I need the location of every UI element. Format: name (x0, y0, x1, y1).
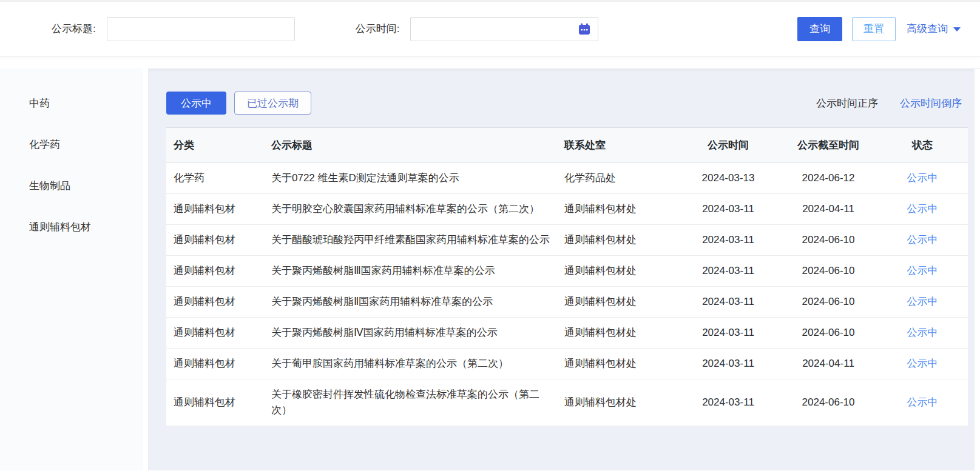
status-link[interactable]: 公示中 (907, 234, 938, 246)
office-cell: 通则辅料包材处 (558, 379, 677, 426)
deadline-cell: 2024-06-10 (780, 287, 877, 318)
office-cell: 通则辅料包材处 (558, 349, 677, 379)
category-cell: 通则辅料包材 (166, 225, 265, 256)
office-cell: 通则辅料包材处 (558, 225, 677, 256)
status-link[interactable]: 公示中 (907, 265, 938, 276)
office-cell: 通则辅料包材处 (558, 318, 677, 349)
publish-date-cell: 2024-03-13 (677, 163, 780, 194)
office-cell: 通则辅料包材处 (558, 256, 677, 287)
notice-title-link[interactable]: 关于明胶空心胶囊国家药用辅料标准草案的公示（第二次） (265, 194, 558, 225)
table-row: 通则辅料包材 关于聚丙烯酸树脂Ⅱ国家药用辅料标准草案的公示 通则辅料包材处 20… (166, 287, 968, 318)
publish-date-cell: 2024-03-11 (677, 349, 780, 379)
office-cell: 通则辅料包材处 (558, 287, 677, 318)
deadline-cell: 2024-04-11 (780, 194, 877, 225)
main-area: 中药 化学药 生物制品 通则辅料包材 公示中 已过公示期 公示时间正序 公示时间… (0, 68, 980, 470)
category-cell: 通则辅料包材 (166, 194, 265, 225)
office-cell: 化学药品处 (558, 163, 677, 194)
header-office: 联系处室 (558, 128, 677, 163)
deadline-cell: 2024-06-10 (780, 256, 877, 287)
advanced-search-button[interactable]: 高级查询 (907, 22, 961, 36)
status-link[interactable]: 公示中 (907, 296, 938, 307)
content-panel: 公示中 已过公示期 公示时间正序 公示时间倒序 分类 公示标题 联系处室 公示时… (148, 68, 980, 470)
table-header-row: 分类 公示标题 联系处室 公示时间 公示截至时间 状态 (166, 128, 968, 163)
header-title: 公示标题 (265, 128, 558, 163)
sidebar-item-zhongyao[interactable]: 中药 (0, 83, 143, 124)
notice-time-input[interactable] (410, 17, 598, 41)
table-row: 通则辅料包材 关于聚丙烯酸树脂Ⅳ国家药用辅料标准草案的公示 通则辅料包材处 20… (166, 318, 968, 349)
deadline-cell: 2024-06-10 (780, 225, 877, 256)
category-cell: 通则辅料包材 (166, 318, 265, 349)
status-link[interactable]: 公示中 (907, 358, 938, 369)
sort-time-asc-link[interactable]: 公示时间正序 (816, 96, 878, 110)
table-row: 化学药 关于0722 维生素D测定法通则草案的公示 化学药品处 2024-03-… (166, 163, 968, 194)
category-cell: 通则辅料包材 (166, 379, 265, 426)
category-cell: 通则辅料包材 (166, 349, 265, 379)
reset-button[interactable]: 重置 (852, 17, 896, 41)
deadline-cell: 2024-06-10 (780, 318, 877, 349)
tab-expired-notice[interactable]: 已过公示期 (234, 92, 311, 115)
header-gap (0, 56, 980, 68)
office-cell: 通则辅料包材处 (558, 194, 677, 225)
publish-date-cell: 2024-03-11 (677, 194, 780, 225)
publish-date-cell: 2024-03-11 (677, 318, 780, 349)
notice-title-link[interactable]: 关于聚丙烯酸树脂Ⅱ国家药用辅料标准草案的公示 (265, 287, 558, 318)
header-status: 状态 (877, 128, 968, 163)
status-toolbar: 公示中 已过公示期 公示时间正序 公示时间倒序 (166, 92, 968, 115)
table-row: 通则辅料包材 关于橡胶密封件挥发性硫化物检查法标准草案的公示（第二次） 通则辅料… (166, 379, 968, 426)
category-sidebar: 中药 化学药 生物制品 通则辅料包材 (0, 68, 143, 470)
table-row: 通则辅料包材 关于葡甲胺国家药用辅料标准草案的公示（第二次） 通则辅料包材处 2… (166, 349, 968, 379)
notice-title-link[interactable]: 关于醋酸琥珀酸羟丙甲纤维素酯国家药用辅料标准草案的公示 (265, 225, 558, 256)
publish-date-cell: 2024-03-11 (677, 256, 780, 287)
table-row: 通则辅料包材 关于聚丙烯酸树脂Ⅲ国家药用辅料标准草案的公示 通则辅料包材处 20… (166, 256, 968, 287)
status-link[interactable]: 公示中 (907, 327, 938, 338)
header-category: 分类 (166, 128, 265, 163)
notice-table: 分类 公示标题 联系处室 公示时间 公示截至时间 状态 化学药 关于0722 维… (166, 128, 968, 426)
publish-date-cell: 2024-03-11 (677, 379, 780, 426)
notice-title-link[interactable]: 关于0722 维生素D测定法通则草案的公示 (265, 163, 558, 194)
page: 公示标题: 公示时间: 查询 重置 高级查询 中药 (0, 0, 980, 471)
tab-in-notice[interactable]: 公示中 (166, 92, 226, 115)
sidebar-item-tongzefuliao[interactable]: 通则辅料包材 (0, 207, 143, 248)
sort-time-desc-link[interactable]: 公示时间倒序 (900, 96, 962, 110)
sort-links: 公示时间正序 公示时间倒序 (816, 96, 968, 110)
calendar-icon[interactable] (578, 22, 591, 36)
notice-title-link[interactable]: 关于橡胶密封件挥发性硫化物检查法标准草案的公示（第二次） (265, 379, 558, 426)
search-button[interactable]: 查询 (797, 17, 842, 41)
filter-actions: 查询 重置 高级查询 (797, 17, 980, 41)
publish-date-cell: 2024-03-11 (677, 287, 780, 318)
sidebar-item-huaxueyao[interactable]: 化学药 (0, 124, 143, 165)
sidebar-scrollbar[interactable] (143, 68, 148, 470)
status-link[interactable]: 公示中 (907, 172, 938, 184)
category-cell: 通则辅料包材 (166, 256, 265, 287)
deadline-cell: 2024-04-11 (780, 349, 877, 379)
header-deadline: 公示截至时间 (780, 128, 877, 163)
notice-title-label: 公示标题: (52, 22, 96, 36)
status-link[interactable]: 公示中 (907, 396, 938, 408)
table-row: 通则辅料包材 关于醋酸琥珀酸羟丙甲纤维素酯国家药用辅料标准草案的公示 通则辅料包… (166, 225, 968, 256)
category-cell: 通则辅料包材 (166, 287, 265, 318)
advanced-search-label: 高级查询 (907, 22, 948, 36)
notice-title-input[interactable] (107, 17, 295, 41)
page-scrollbar[interactable] (974, 69, 980, 471)
header-publish-date: 公示时间 (677, 128, 780, 163)
notice-table-card: 分类 公示标题 联系处室 公示时间 公示截至时间 状态 化学药 关于0722 维… (166, 127, 968, 426)
date-input-wrap (410, 17, 598, 41)
notice-time-label: 公示时间: (356, 22, 400, 36)
status-link[interactable]: 公示中 (907, 203, 938, 215)
sidebar-item-shengwuzhipin[interactable]: 生物制品 (0, 165, 143, 207)
deadline-cell: 2024-06-10 (780, 379, 877, 426)
notice-title-link[interactable]: 关于聚丙烯酸树脂Ⅲ国家药用辅料标准草案的公示 (265, 256, 558, 287)
notice-title-link[interactable]: 关于聚丙烯酸树脂Ⅳ国家药用辅料标准草案的公示 (265, 318, 558, 349)
publish-date-cell: 2024-03-11 (677, 225, 780, 256)
table-row: 通则辅料包材 关于明胶空心胶囊国家药用辅料标准草案的公示（第二次） 通则辅料包材… (166, 194, 968, 225)
deadline-cell: 2024-06-12 (780, 163, 877, 194)
chevron-down-icon (953, 27, 961, 32)
category-cell: 化学药 (166, 163, 265, 194)
filter-bar: 公示标题: 公示时间: 查询 重置 高级查询 (0, 2, 980, 56)
notice-title-link[interactable]: 关于葡甲胺国家药用辅料标准草案的公示（第二次） (265, 349, 558, 379)
